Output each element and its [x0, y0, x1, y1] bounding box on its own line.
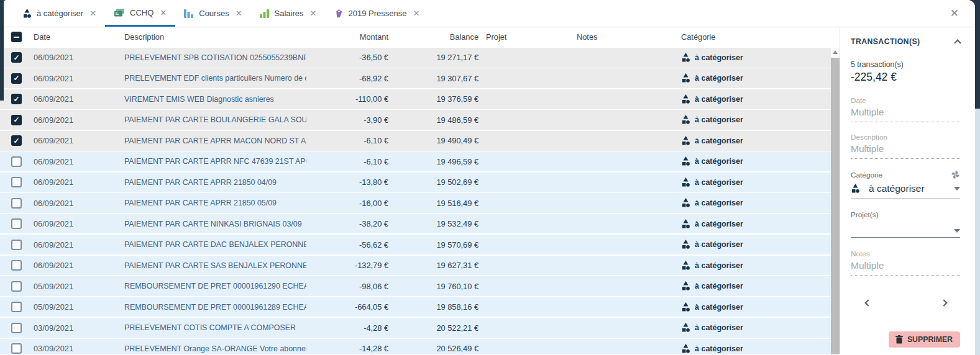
header-categorie[interactable]: Catégorie — [675, 32, 831, 42]
cell-categorie[interactable]: à catégoriser — [675, 261, 831, 271]
row-checkbox[interactable] — [11, 135, 22, 146]
cell-categorie-label: à catégoriser — [695, 115, 743, 124]
row-checkbox[interactable] — [11, 73, 22, 84]
tab-cchq[interactable]: CCHQ ✕ — [105, 0, 175, 27]
cell-categorie[interactable]: à catégoriser — [675, 156, 831, 166]
cell-balance: 19 516,49 € — [388, 199, 479, 208]
row-checkbox[interactable] — [11, 302, 22, 312]
row-checkbox[interactable] — [11, 218, 22, 229]
cell-description: PAIEMENT PAR CARTE APRR 21850 05/09 — [124, 199, 306, 207]
collapse-panel-icon[interactable] — [954, 39, 961, 46]
close-icon[interactable]: ✕ — [950, 8, 959, 19]
table-row[interactable]: 05/09/2021 REMBOURSEMENT DE PRET 0000196… — [0, 297, 831, 317]
header-notes[interactable]: Notes — [569, 32, 675, 42]
description-field[interactable]: Multiple — [851, 142, 960, 159]
row-checkbox[interactable] — [11, 52, 22, 63]
bank-cards-icon — [114, 8, 125, 17]
cell-categorie[interactable]: à catégoriser — [675, 94, 831, 104]
cell-categorie[interactable]: à catégoriser — [675, 115, 831, 125]
table-row[interactable]: 06/09/2021 PRELEVEMENT SPB COTISATION 02… — [0, 48, 831, 68]
header-balance[interactable]: Balance — [388, 32, 479, 42]
cell-categorie[interactable]: à catégoriser — [675, 73, 831, 83]
trash-icon — [895, 335, 903, 344]
table-row[interactable]: 06/09/2021 PAIEMENT PAR CARTE APRR MACON… — [0, 131, 831, 151]
row-checkbox[interactable] — [11, 177, 22, 187]
cell-categorie[interactable]: à catégoriser — [675, 219, 831, 229]
cell-categorie-label: à catégoriser — [695, 344, 743, 353]
tab-salaires[interactable]: Salaires ✕ — [251, 0, 326, 27]
page-scrollbar[interactable] — [975, 109, 980, 355]
table-row[interactable]: 06/09/2021 PAIEMENT PAR CARTE APRR NFC 4… — [0, 151, 831, 171]
tab-2019-pressense[interactable]: 2019 Pressense ✕ — [325, 0, 428, 27]
table-row[interactable]: 06/09/2021 VIREMENT EMIS WEB Diagnostic … — [0, 89, 831, 109]
row-checkbox[interactable] — [11, 94, 22, 104]
tab-courses[interactable]: Courses ✕ — [175, 0, 250, 27]
cell-description: REMBOURSEMENT DE PRET 00001961290 ECHEAN… — [124, 282, 306, 290]
row-checkbox[interactable] — [11, 156, 22, 167]
cell-categorie[interactable]: à catégoriser — [675, 53, 831, 63]
projets-select[interactable] — [851, 229, 960, 238]
tab-a-categoriser[interactable]: à catégoriser ✕ — [14, 0, 105, 27]
cell-balance: 19 307,67 € — [388, 74, 479, 83]
next-transaction-button[interactable] — [939, 294, 949, 310]
cell-date: 06/09/2021 — [34, 136, 124, 145]
previous-transaction-button[interactable] — [863, 294, 873, 310]
date-field[interactable]: Multiple — [851, 105, 960, 122]
row-checkbox[interactable] — [11, 260, 22, 271]
header-date[interactable]: Date — [34, 32, 124, 42]
table-row[interactable]: 06/09/2021 PAIEMENT PAR CARTE NINKASI BR… — [0, 214, 831, 234]
cell-date: 03/09/2021 — [34, 323, 124, 333]
header-description[interactable]: Description — [124, 32, 306, 42]
table-scrollbar[interactable] — [831, 48, 840, 354]
tab-close-icon[interactable]: ✕ — [310, 9, 317, 18]
cell-categorie-label: à catégoriser — [695, 74, 743, 83]
cell-categorie[interactable]: à catégoriser — [675, 198, 831, 208]
table-row[interactable]: 06/09/2021 PAIEMENT PAR CARTE BOULANGERI… — [0, 110, 831, 130]
select-all-checkbox[interactable] — [11, 32, 22, 42]
category-icon — [681, 156, 690, 166]
cell-categorie[interactable]: à catégoriser — [675, 178, 831, 187]
row-checkbox[interactable] — [11, 323, 22, 333]
cell-date: 06/09/2021 — [34, 74, 124, 83]
table-row[interactable]: 06/09/2021 PAIEMENT PAR CARTE DAC BENJAL… — [0, 235, 831, 254]
row-checkbox[interactable] — [11, 343, 22, 354]
auto-categorize-icon[interactable] — [951, 170, 960, 179]
categorie-select[interactable]: à catégoriser — [851, 183, 960, 199]
cell-categorie[interactable]: à catégoriser — [675, 344, 831, 354]
cell-categorie[interactable]: à catégoriser — [675, 323, 831, 333]
table-row[interactable]: 06/09/2021 PAIEMENT PAR CARTE SAS BENJAL… — [0, 256, 831, 276]
cell-categorie-label: à catégoriser — [695, 282, 743, 290]
cell-description: VIREMENT EMIS WEB Diagnostic asnieres — [124, 95, 306, 104]
tab-close-icon[interactable]: ✕ — [89, 9, 96, 18]
cell-categorie[interactable]: à catégoriser — [675, 136, 831, 146]
table-row[interactable]: 03/09/2021 PRELEVEMENT COTIS COMPTE A CO… — [0, 318, 831, 338]
table-row[interactable]: 06/09/2021 PRELEVEMENT EDF clients parti… — [0, 68, 831, 88]
table-row[interactable]: 05/09/2021 REMBOURSEMENT DE PRET 0000196… — [0, 276, 831, 296]
notes-field[interactable]: Multiple — [851, 258, 960, 276]
table-row[interactable]: 03/09/2021 PRELEVEMENT Orange SA-ORANGE … — [0, 339, 831, 354]
cell-categorie[interactable]: à catégoriser — [675, 281, 831, 291]
header-montant[interactable]: Montant — [306, 32, 388, 42]
table-row[interactable]: 06/09/2021 PAIEMENT PAR CARTE APRR 21850… — [0, 193, 831, 213]
row-checkbox[interactable] — [11, 115, 22, 125]
tab-close-icon[interactable]: ✕ — [413, 9, 419, 18]
table-row[interactable]: 06/09/2021 PAIEMENT PAR CARTE APRR 21850… — [0, 173, 831, 192]
delete-button[interactable]: SUPPRIMER — [889, 331, 960, 348]
tab-label: à catégoriser — [37, 9, 83, 18]
cell-description: PRELEVEMENT Orange SA-ORANGE Votre abonn… — [124, 344, 306, 353]
scroll-up-icon[interactable] — [833, 50, 838, 54]
cell-categorie[interactable]: à catégoriser — [675, 240, 831, 249]
cell-categorie[interactable]: à catégoriser — [675, 302, 831, 312]
tab-close-icon[interactable]: ✕ — [236, 9, 242, 18]
cell-description: PAIEMENT PAR CARTE SAS BENJALEX PERONNE … — [124, 261, 306, 270]
chevron-down-icon — [954, 187, 960, 191]
row-checkbox[interactable] — [11, 240, 22, 250]
scrollbar-thumb[interactable] — [831, 58, 840, 354]
tab-close-icon[interactable]: ✕ — [160, 8, 167, 17]
tab-label: Salaires — [275, 9, 304, 18]
row-checkbox[interactable] — [11, 281, 22, 292]
header-projet[interactable]: Projet — [479, 32, 569, 42]
cell-date: 06/09/2021 — [34, 199, 124, 208]
row-checkbox[interactable] — [11, 198, 22, 209]
cell-categorie-label: à catégoriser — [695, 199, 743, 207]
